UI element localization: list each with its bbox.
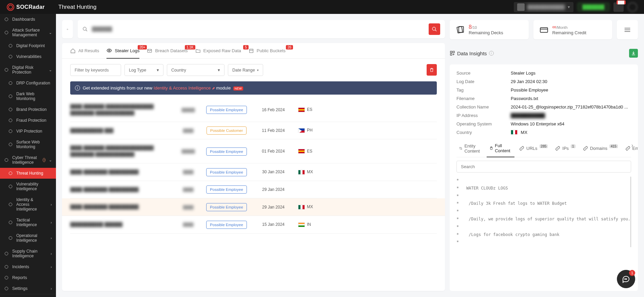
result-line2: ████████ █████████████ — [70, 151, 172, 158]
svg-point-23 — [109, 50, 110, 51]
sidebar-item-incidents[interactable]: Incidents› — [0, 261, 56, 272]
meta-label: Operating System — [456, 121, 511, 126]
result-date: 11 Feb 2024 — [255, 128, 292, 133]
home-button[interactable] — [62, 20, 73, 38]
sidebar-item-attack-surface-management[interactable]: Attack Surface Management⌄ — [0, 25, 56, 40]
sidebar-item-identity-access-intelligence[interactable]: Identity & Access Intelligence› — [0, 194, 56, 215]
folder-icon — [195, 48, 201, 54]
svg-point-20 — [5, 287, 8, 290]
remaining-credit-card: ∞/Month Remaining Credit — [533, 20, 612, 39]
result-country: MX — [298, 170, 318, 175]
country-filter[interactable]: Country▾ — [167, 64, 225, 76]
sidebar-item-brand-protection[interactable]: Brand Protection — [0, 104, 56, 115]
insight-tab-ips[interactable]: IPs1 — [552, 140, 578, 157]
result-row[interactable]: ████ ████████ ██████████████Possible Emp… — [70, 181, 437, 199]
result-row[interactable]: ████ ███████ ████████████████████████ ██… — [70, 139, 437, 163]
result-row[interactable]: ████ ███████ ████████████████████████ ██… — [70, 98, 437, 122]
search-input[interactable] — [92, 26, 425, 32]
tab-all-results[interactable]: All Results — [70, 48, 99, 58]
chevron-icon: › — [51, 265, 52, 269]
sidebar-item-digital-footprint[interactable]: Digital Footprint — [0, 40, 56, 51]
insight-tab-entity-content[interactable]: Entity Content — [456, 140, 485, 157]
sidebar-item-tactical-intelligence[interactable]: Tactical Intelligence› — [0, 215, 56, 230]
link-icon — [519, 146, 524, 151]
result-row[interactable]: ███████████ ██████████Possible Employee1… — [70, 216, 437, 234]
delete-filter-button[interactable] — [427, 64, 437, 76]
log-content[interactable]: * * WATER CLOUDz LOGS * * /Daily 3k Fres… — [456, 177, 631, 247]
plan-badge[interactable]: ███████ — [578, 3, 609, 11]
result-tag[interactable]: Possible Customer — [207, 126, 247, 135]
chat-fab[interactable]: 1 — [617, 270, 635, 288]
sidebar-item-operational-intelligence[interactable]: Operational Intelligence› — [0, 230, 56, 246]
result-row[interactable]: ████ ████████ ██████████████Possible Emp… — [70, 163, 437, 181]
keywords-filter[interactable] — [70, 64, 121, 76]
logo[interactable]: SOCRadar — [7, 3, 45, 11]
result-col2: ████ — [178, 187, 198, 192]
svg-point-13 — [9, 185, 12, 188]
result-row[interactable]: ████ ████████ ██████████████Possible Emp… — [62, 198, 445, 216]
sidebar-item-fraud-protection[interactable]: Fraud Protection — [0, 115, 56, 126]
date-filter[interactable]: Date Range ▾ — [228, 64, 263, 76]
insight-tab-emails[interactable]: Emails50 — [623, 140, 638, 157]
insight-search[interactable] — [456, 161, 631, 173]
result-line1: ███████████ ███ — [70, 127, 172, 134]
sidebar-item-vulnerabilities[interactable]: Vulnerabilities — [0, 51, 56, 62]
chevron-icon: ⌄ — [49, 158, 52, 162]
tab-exposed-raw-data[interactable]: Exposed Raw Data5 — [195, 48, 241, 58]
result-tag[interactable]: Possible Employee — [206, 221, 247, 229]
sidebar-collapse[interactable]: « — [0, 294, 56, 297]
logtype-filter[interactable]: Log Type▾ — [124, 64, 163, 76]
result-tag[interactable]: Possible Employee — [206, 203, 247, 211]
sidebar-item-digital-risk-protection[interactable]: Digital Risk Protection⌄ — [0, 62, 56, 78]
sidebar-item-surface-web-monitoring[interactable]: Surface Web Monitoring — [0, 137, 56, 152]
sidebar-item-drp-configuration[interactable]: DRP Configuration — [0, 78, 56, 88]
help-icon[interactable]: ? — [43, 158, 45, 162]
chevron-down-icon: ▾ — [568, 4, 570, 9]
sidebar-item-supply-chain-intelligence[interactable]: Supply Chain Intelligence› — [0, 246, 56, 261]
sidebar-item-reports[interactable]: Reports — [0, 272, 56, 283]
sidebar-item-cyber-threat-intelligence[interactable]: Cyber Threat Intelligence?⌄ — [0, 152, 56, 168]
user-menu[interactable]: ████████████ ▾ — [514, 2, 573, 12]
result-tag[interactable]: Possible Employee — [206, 185, 247, 194]
insight-tab-urls[interactable]: URLs285 — [516, 140, 550, 157]
sidebar: DashboardsAttack Surface Management⌄Digi… — [0, 14, 56, 297]
more-menu-button[interactable] — [617, 20, 638, 39]
credit-icon — [540, 25, 548, 34]
result-tag[interactable]: Possible Employee — [206, 168, 247, 176]
banner-link[interactable]: Identity & Access Intelligence ⬈ — [154, 85, 215, 91]
download-button[interactable] — [629, 49, 638, 58]
insight-tab-domains[interactable]: Domains415 — [580, 140, 621, 157]
result-col2: ████ — [178, 222, 198, 226]
settings-icon[interactable] — [628, 2, 637, 12]
id-icon — [8, 202, 13, 207]
tab-breach-datasets[interactable]: Breach Datasets1.1K — [147, 48, 188, 58]
result-tag[interactable]: Possible Employee — [206, 106, 247, 114]
result-row[interactable]: ███████████ ███████Possible Customer11 F… — [70, 122, 437, 140]
svg-point-7 — [9, 108, 12, 111]
sidebar-item-threat-hunting[interactable]: Threat Hunting — [0, 168, 56, 179]
sidebar-item-dashboards[interactable]: Dashboards — [0, 14, 56, 25]
sidebar-item-vip-protection[interactable]: VIP Protection — [0, 126, 56, 137]
svg-point-0 — [5, 18, 8, 21]
result-date: 30 Jan 2024 — [255, 170, 292, 174]
deck-label: Remaining Decks — [469, 30, 503, 35]
insight-tab-full-content[interactable]: Full Content — [487, 140, 515, 157]
tab-public-buckets[interactable]: Public Buckets26 — [249, 48, 286, 58]
sidebar-item-dark-web-monitoring[interactable]: Dark Web Monitoring — [0, 88, 56, 104]
tab-count: 1.1K — [185, 45, 195, 50]
search-icon — [82, 26, 88, 32]
result-tag[interactable]: Possible Employee — [206, 147, 247, 156]
search-button[interactable] — [429, 23, 440, 35]
link-icon — [555, 146, 560, 151]
sidebar-item-settings[interactable]: Settings› — [0, 283, 56, 294]
meta-value: ███████████ — [511, 113, 631, 118]
info-icon[interactable]: i — [489, 51, 494, 56]
result-date: 29 Jan 2024 — [255, 187, 292, 192]
tabs-next[interactable]: › — [631, 142, 633, 148]
svg-point-14 — [9, 203, 12, 206]
brand-icon — [8, 107, 13, 112]
sidebar-item-vulnerability-intelligence[interactable]: Vulnerability Intelligence — [0, 179, 56, 194]
tab-stealer-logs[interactable]: Stealer Logs20+ — [106, 48, 139, 59]
crop-icon — [459, 146, 462, 151]
cart-button[interactable]: ███ — [613, 2, 624, 12]
